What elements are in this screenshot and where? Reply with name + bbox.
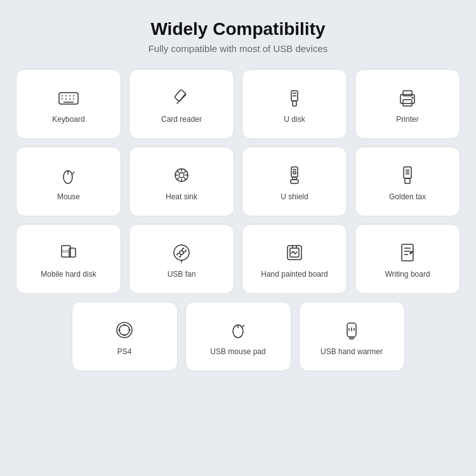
svg-rect-18	[403, 91, 412, 96]
keyboard-label: Keyboard	[52, 115, 84, 125]
card-golden-tax: Golden tax	[355, 147, 460, 216]
svg-rect-39	[405, 178, 410, 183]
ps4-label: PS4	[117, 347, 132, 357]
svg-rect-13	[293, 101, 296, 106]
main-grid: Keyboard Card reader U disk Printer	[16, 69, 460, 294]
heat-sink-label: Heat sink	[166, 192, 197, 202]
svg-rect-33	[291, 167, 298, 177]
card-usb-hand-warmer: USB hand warmer	[299, 301, 405, 371]
mouse-label: Mouse	[57, 192, 80, 202]
usb-hand-warmer-label: USB hand warmer	[321, 347, 383, 357]
card-u-disk: U disk	[242, 69, 347, 139]
card-usb-mouse-pad: USB mouse pad	[185, 301, 291, 371]
svg-rect-37	[293, 171, 296, 174]
golden-tax-icon	[395, 163, 420, 187]
writing-board-label: Writing board	[385, 270, 430, 280]
card-ps4: PS4	[72, 301, 178, 371]
card-usb-fan: USB fan	[129, 224, 234, 294]
page-title: Widely Compatibility	[150, 19, 325, 39]
mouse-icon	[56, 163, 81, 187]
card-u-shield: U shield	[242, 147, 347, 216]
svg-point-62	[129, 329, 131, 331]
svg-line-65	[242, 325, 244, 327]
svg-point-46	[174, 245, 189, 260]
svg-line-29	[184, 178, 186, 180]
svg-point-60	[124, 334, 126, 336]
card-reader-label: Card reader	[161, 115, 202, 125]
hand-painted-board-label: Hand painted board	[261, 270, 327, 280]
card-heat-sink: Heat sink	[129, 147, 234, 216]
svg-text:SSD: SSD	[62, 249, 69, 253]
usb-fan-label: USB fan	[168, 270, 196, 280]
card-reader-icon	[169, 86, 194, 110]
card-mobile-hard-disk: SSD Mobile hard disk	[16, 224, 121, 294]
svg-point-58	[119, 325, 129, 335]
u-shield-label: U shield	[281, 192, 308, 202]
svg-point-61	[119, 329, 121, 331]
u-shield-icon	[282, 163, 307, 187]
svg-point-32	[179, 173, 184, 178]
printer-icon	[395, 86, 420, 110]
svg-line-11	[177, 95, 186, 103]
u-disk-label: U disk	[284, 115, 305, 125]
card-keyboard: Keyboard	[16, 69, 121, 139]
golden-tax-label: Golden tax	[389, 192, 426, 202]
svg-rect-17	[403, 100, 412, 106]
usb-mouse-pad-label: USB mouse pad	[210, 347, 265, 357]
card-writing-board: Writing board	[355, 224, 460, 294]
svg-line-30	[184, 171, 186, 173]
writing-board-icon	[395, 241, 420, 265]
keyboard-icon	[56, 86, 81, 110]
hand-painted-board-icon	[282, 241, 307, 265]
usb-mouse-pad-icon	[226, 318, 250, 342]
ps4-icon	[112, 318, 136, 342]
svg-rect-10	[175, 89, 186, 102]
card-printer: Printer	[355, 69, 460, 139]
bottom-grid: PS4 USB mouse pad USB hand warmer	[72, 301, 405, 371]
page-subtitle: Fully compatible with most of USB device…	[149, 43, 328, 54]
svg-point-59	[124, 324, 126, 326]
card-card-reader: Card reader	[129, 69, 234, 139]
svg-line-22	[72, 172, 74, 175]
heat-sink-icon	[169, 163, 194, 187]
card-mouse: Mouse	[16, 147, 121, 216]
svg-rect-70	[350, 337, 354, 339]
svg-line-28	[178, 171, 180, 173]
mobile-hard-disk-label: Mobile hard disk	[41, 270, 96, 280]
svg-rect-38	[404, 167, 411, 178]
svg-point-19	[412, 97, 414, 99]
printer-label: Printer	[396, 115, 418, 125]
usb-hand-warmer-icon	[340, 318, 364, 342]
u-disk-icon	[282, 86, 307, 110]
mobile-hard-disk-icon: SSD	[56, 241, 81, 265]
card-hand-painted-board: Hand painted board	[242, 224, 347, 294]
svg-rect-35	[291, 180, 298, 183]
svg-line-31	[178, 178, 180, 180]
svg-point-47	[180, 251, 183, 255]
usb-fan-icon	[169, 241, 194, 265]
